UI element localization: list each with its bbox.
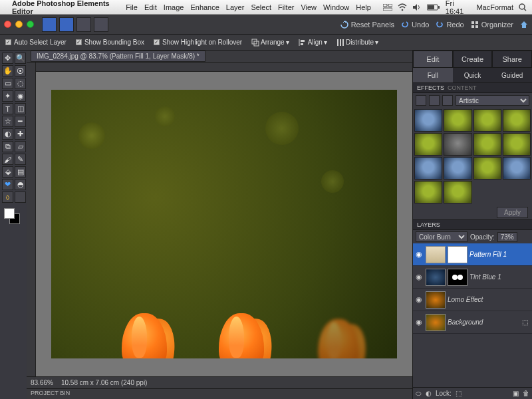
effect-thumb[interactable] bbox=[503, 157, 531, 180]
effects-category-dropdown[interactable]: Artistic bbox=[456, 95, 529, 106]
quick-select-tool[interactable]: ◉ bbox=[15, 90, 26, 102]
tab-share[interactable]: Share bbox=[492, 51, 532, 68]
layer-name[interactable]: Pattern Fill 1 bbox=[469, 251, 531, 258]
effect-thumb[interactable] bbox=[414, 157, 442, 180]
menu-help[interactable]: Help bbox=[356, 3, 371, 11]
layer-thumbnail[interactable] bbox=[426, 291, 446, 309]
move-tool[interactable]: ✥ bbox=[2, 53, 13, 64]
zoom-tool[interactable]: 🔍 bbox=[15, 53, 26, 64]
layer-thumbnail[interactable] bbox=[426, 269, 446, 286]
new-layer-icon[interactable]: ▣ bbox=[513, 390, 519, 397]
print-icon[interactable] bbox=[76, 17, 91, 32]
menu-layer[interactable]: Layer bbox=[226, 3, 245, 11]
layer-name[interactable]: Background bbox=[448, 319, 517, 326]
sponge-tool[interactable]: ◓ bbox=[15, 179, 26, 190]
apply-button[interactable]: Apply bbox=[497, 207, 528, 218]
crop-tool[interactable]: ◫ bbox=[15, 103, 26, 114]
clone-tool[interactable]: ⧉ bbox=[2, 141, 13, 152]
effect-thumb[interactable] bbox=[473, 133, 501, 156]
minimize-window-button[interactable] bbox=[15, 21, 23, 28]
menu-filter[interactable]: Filter bbox=[278, 3, 294, 11]
tab-guided[interactable]: Guided bbox=[492, 68, 532, 82]
brush-tool[interactable]: 🖌 bbox=[2, 154, 13, 165]
visibility-icon[interactable]: ◉ bbox=[414, 295, 424, 305]
effect-thumb[interactable] bbox=[503, 133, 531, 156]
zoom-window-button[interactable] bbox=[27, 21, 34, 28]
filter-type-3-icon[interactable] bbox=[442, 95, 453, 106]
menu-enhance[interactable]: Enhance bbox=[190, 3, 219, 11]
layer-row[interactable]: ◉ Lomo Effect bbox=[413, 289, 532, 311]
redeye-tool[interactable]: ◐ bbox=[2, 128, 13, 140]
organizer-button[interactable]: Organizer bbox=[471, 21, 513, 29]
visibility-icon[interactable]: ◉ bbox=[414, 273, 424, 282]
marquee-tool[interactable]: ▭ bbox=[2, 78, 13, 89]
menu-file[interactable]: File bbox=[126, 3, 138, 11]
lock-all-icon[interactable]: ⬚ bbox=[456, 390, 462, 397]
workspace-icon[interactable] bbox=[94, 17, 108, 32]
type-tool[interactable]: T bbox=[2, 103, 13, 114]
show-bbox-checkbox[interactable]: ✓Show Bounding Box bbox=[76, 39, 144, 46]
layer-row[interactable]: ◉ Tint Blue 1 bbox=[413, 266, 532, 289]
tab-quick[interactable]: Quick bbox=[453, 68, 493, 82]
healing-tool[interactable]: ✚ bbox=[15, 128, 26, 140]
lasso-tool[interactable]: ◌ bbox=[15, 78, 26, 89]
link-layers-icon[interactable]: ⬭ bbox=[416, 390, 422, 398]
effect-thumb[interactable] bbox=[473, 109, 501, 132]
tab-create[interactable]: Create bbox=[453, 51, 493, 68]
delete-layer-icon[interactable]: 🗑 bbox=[523, 390, 529, 397]
canvas[interactable] bbox=[27, 63, 412, 376]
layer-name[interactable]: Tint Blue 1 bbox=[469, 273, 531, 281]
sharpen-tool[interactable] bbox=[15, 192, 26, 203]
adjustment-layer-icon[interactable]: ◐ bbox=[426, 390, 432, 397]
menu-select[interactable]: Select bbox=[251, 3, 271, 11]
effect-thumb[interactable] bbox=[444, 133, 471, 156]
tab-full[interactable]: Full bbox=[413, 68, 453, 82]
layer-thumbnail[interactable] bbox=[426, 246, 446, 263]
color-swatch[interactable] bbox=[2, 208, 26, 225]
menu-image[interactable]: Image bbox=[164, 3, 184, 11]
highlight-rollover-checkbox[interactable]: ✓Show Highlight on Rollover bbox=[154, 39, 242, 46]
effect-thumb[interactable] bbox=[414, 181, 442, 203]
magic-wand-tool[interactable]: ✦ bbox=[2, 90, 13, 102]
auto-select-checkbox[interactable]: ✓Auto Select Layer bbox=[5, 39, 66, 46]
wifi-icon[interactable] bbox=[398, 3, 407, 11]
spotlight-icon[interactable] bbox=[519, 3, 527, 11]
project-bin[interactable]: PROJECT BIN bbox=[27, 388, 412, 399]
layer-thumbnail[interactable] bbox=[426, 314, 446, 331]
menu-window[interactable]: Window bbox=[323, 3, 349, 11]
close-window-button[interactable] bbox=[4, 21, 11, 28]
menu-edit[interactable]: Edit bbox=[144, 3, 157, 11]
menu-view[interactable]: View bbox=[301, 3, 317, 11]
layer-mask-thumbnail[interactable] bbox=[448, 269, 467, 286]
visibility-icon[interactable]: ◉ bbox=[414, 250, 424, 259]
smart-brush-tool[interactable]: ✎ bbox=[15, 154, 26, 165]
align-dropdown[interactable]: Align ▾ bbox=[299, 39, 327, 47]
layer-mask-thumbnail[interactable] bbox=[448, 246, 467, 263]
home-icon[interactable] bbox=[520, 21, 528, 29]
shape-tool[interactable]: ❤ bbox=[2, 179, 13, 190]
document-tab[interactable]: IMG_0284.jpg @ 83.7% (Pattern Fill 1, La… bbox=[31, 51, 205, 62]
redo-button[interactable]: Redo bbox=[436, 21, 464, 29]
open-icon[interactable] bbox=[42, 17, 57, 32]
blur-tool[interactable]: ◊ bbox=[2, 192, 13, 203]
control-center-icon[interactable] bbox=[383, 4, 392, 11]
effect-thumb[interactable] bbox=[444, 181, 471, 203]
filter-type-1-icon[interactable] bbox=[416, 95, 426, 106]
layer-name[interactable]: Lomo Effect bbox=[448, 296, 531, 303]
save-icon[interactable] bbox=[59, 17, 74, 32]
effect-thumb[interactable] bbox=[414, 109, 442, 132]
arrange-dropdown[interactable]: Arrange ▾ bbox=[251, 39, 289, 47]
cookie-cutter-tool[interactable]: ☆ bbox=[2, 116, 13, 127]
visibility-icon[interactable]: ◉ bbox=[414, 318, 424, 327]
undo-button[interactable]: Undo bbox=[401, 21, 429, 29]
eraser-tool[interactable]: ▱ bbox=[15, 141, 26, 152]
effect-thumb[interactable] bbox=[444, 109, 471, 132]
volume-icon[interactable] bbox=[412, 3, 422, 11]
layer-row[interactable]: ◉ Background ⬚ bbox=[413, 311, 532, 334]
battery-icon[interactable] bbox=[427, 4, 440, 11]
tab-edit[interactable]: Edit bbox=[413, 51, 453, 68]
app-name[interactable]: Adobe Photoshop Elements Editor bbox=[12, 0, 119, 15]
reset-panels-button[interactable]: Reset Panels bbox=[340, 21, 394, 29]
clock-text[interactable]: Fri 16:41 bbox=[446, 0, 471, 15]
blend-mode-dropdown[interactable]: Color Burn bbox=[416, 231, 467, 242]
